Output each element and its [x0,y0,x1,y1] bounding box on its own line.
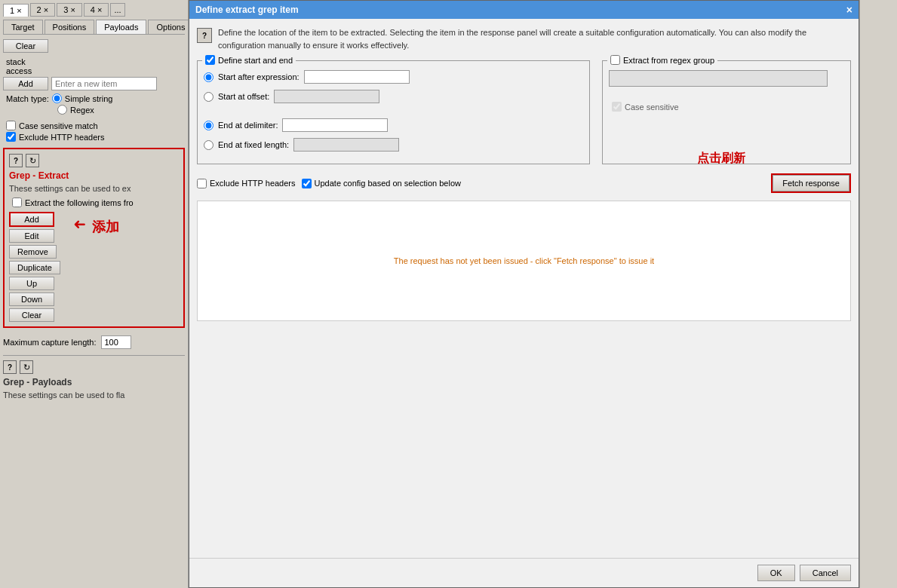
grep-payloads-desc: These settings can be used to fla [3,390,169,400]
tab-positions[interactable]: Positions [45,20,95,34]
bottom-exclude-headers-checkbox[interactable] [197,179,207,188]
ok-button[interactable]: OK [757,565,795,581]
nav-tabs: Target Positions Payloads Options [3,20,185,35]
start-after-row: Start after expression: [204,70,583,84]
regex-case-sensitive-checkbox[interactable] [612,102,622,112]
new-item-input[interactable] [51,77,157,90]
case-sensitive-label: Case sensitive match [19,121,98,130]
exclude-headers-checkbox[interactable] [6,132,16,142]
max-capture-row: Maximum capture length: [3,332,185,352]
tab-target[interactable]: Target [3,20,43,34]
grep-extract-section: ? ↻ Grep - Extract These settings can be… [3,148,185,328]
top-add-button[interactable]: Add [3,77,48,90]
dialog-info-text: Define the location of the item to be ex… [218,26,851,51]
regex-radio[interactable] [57,105,67,115]
simple-string-label: Simple string [65,94,113,103]
grep-extract-refresh-icon[interactable]: ↻ [26,154,39,167]
max-capture-label: Maximum capture length: [3,338,97,347]
extract-regex-label: Extract from regex group [610,55,714,65]
regex-input[interactable] [609,70,828,87]
add-arrow-annotation: ➜ [73,215,86,233]
max-capture-input[interactable] [101,335,131,349]
grep-extract-duplicate-button[interactable]: Duplicate [9,261,60,274]
end-at-delimiter-radio[interactable] [204,121,213,130]
response-area: The request has not yet been issued - cl… [197,201,851,321]
define-extract-dialog: Define extract grep item × ? Define the … [189,0,859,588]
end-at-delimiter-row: End at delimiter: [204,118,583,132]
grep-extract-help-icon[interactable]: ? [9,154,23,167]
click-refresh-annotation: 点击刷新 [697,151,745,167]
define-start-end-label: Define start and end [205,55,293,65]
define-start-end-checkbox[interactable] [205,55,215,65]
grep-extract-up-button[interactable]: Up [9,277,54,290]
end-at-delimiter-input[interactable] [282,118,388,132]
exclude-headers-label: Exclude HTTP headers [19,133,105,142]
case-sensitive-checkbox[interactable] [6,121,16,130]
extract-regex-checkbox[interactable] [610,55,620,65]
regex-case-sensitive-row: Case sensitive [609,102,844,112]
extract-items-label: Extract the following items fro [25,198,134,207]
grep-extract-clear-button[interactable]: Clear [9,308,54,322]
grep-extract-down-button[interactable]: Down [9,292,54,306]
dialog-overlay: Define extract grep item × ? Define the … [189,0,859,588]
response-placeholder: The request has not yet been issued - cl… [394,256,654,265]
grep-extract-edit-button[interactable]: Edit [9,229,54,243]
cancel-button[interactable]: Cancel [800,565,851,581]
define-start-end-legend: Define start and end [202,55,296,65]
end-at-fixed-radio[interactable] [204,140,213,150]
extract-items-checkbox[interactable] [12,198,22,207]
grep-payloads-title: Grep - Payloads [3,377,185,387]
dialog-footer: OK Cancel [189,558,859,587]
start-after-radio[interactable] [204,72,213,82]
dialog-title: Define extract grep item [195,5,299,15]
tab-options[interactable]: Options [148,20,189,34]
grep-extract-buttons: Add Edit Remove Duplicate Up Down Clear [9,212,69,322]
extract-regex-fieldset: Extract from regex group Case sensitive [602,60,851,164]
bottom-checkboxes: Exclude HTTP headers Update config based… [197,179,461,188]
grep-payloads-section: ? ↻ Grep - Payloads These settings can b… [3,355,185,404]
dialog-close-button[interactable]: × [846,4,852,16]
grep-payloads-help-icon[interactable]: ? [3,360,17,374]
bottom-options-row: Exclude HTTP headers Update config based… [197,173,851,193]
fetch-response-button[interactable]: Fetch response [773,175,849,191]
tab-2[interactable]: 2 × [30,3,56,17]
tab-3[interactable]: 3 × [57,3,82,17]
fetch-response-container: 点击刷新 Fetch response [771,173,851,193]
tab-1[interactable]: 1 × [3,4,29,17]
fetch-response-highlight: Fetch response [771,173,851,193]
end-at-fixed-row: End at fixed length: [204,138,583,152]
start-at-offset-label: Start at offset: [218,92,269,101]
grep-payloads-refresh-icon[interactable]: ↻ [20,360,33,374]
grep-extract-add-button[interactable]: Add [9,212,54,227]
form-sections: Define start and end Start after express… [197,60,851,164]
bottom-exclude-headers: Exclude HTTP headers [197,179,296,188]
add-chinese-annotation: 添加 [92,218,119,236]
end-at-fixed-input[interactable] [293,138,399,152]
grep-extract-remove-button[interactable]: Remove [9,245,57,259]
top-clear-button[interactable]: Clear [3,39,48,53]
bottom-update-config-checkbox[interactable] [302,179,312,188]
tab-payloads[interactable]: Payloads [96,20,146,34]
start-at-offset-row: Start at offset: [204,90,583,103]
match-type-label: Match type: [6,94,49,103]
dialog-info-row: ? Define the location of the item to be … [197,26,851,51]
right-side-panel [859,0,897,588]
tab-more[interactable]: ... [110,3,124,17]
stack-access-text: stack access [3,56,185,77]
regex-case-sensitive-label: Case sensitive [625,103,679,112]
bottom-update-config: Update config based on selection below [302,179,461,188]
end-at-delimiter-label: End at delimiter: [218,121,278,130]
start-at-offset-input[interactable] [274,90,379,103]
dialog-info-icon: ? [197,28,212,43]
start-after-input[interactable] [304,70,410,84]
match-type-section: Match type: Simple string Regex [3,93,185,116]
grep-extract-desc: These settings can be used to ex [9,184,175,193]
grep-extract-title: Grep - Extract [9,170,179,181]
start-after-label: Start after expression: [218,72,300,81]
simple-string-radio[interactable] [52,93,62,103]
tab-4[interactable]: 4 × [84,3,109,17]
extract-regex-legend: Extract from regex group [607,55,717,65]
regex-label: Regex [70,106,94,115]
start-at-offset-radio[interactable] [204,92,213,102]
dialog-body: ? Define the location of the item to be … [189,19,859,558]
